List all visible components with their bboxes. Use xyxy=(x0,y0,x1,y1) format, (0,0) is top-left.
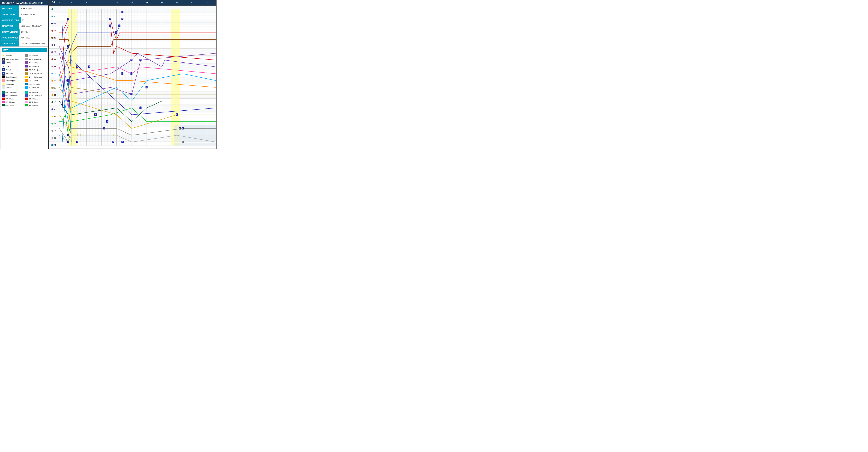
info-label: CIRCUIT LENGTH: xyxy=(0,29,20,35)
info-row: RACE DATE: 07 OCT 2018 xyxy=(0,5,48,11)
me-color xyxy=(25,83,28,85)
lap-tick: 20 xyxy=(116,1,118,3)
lap-headers: 1510152025303540455053 xyxy=(59,0,216,5)
driver-abbr: CS xyxy=(54,94,56,96)
info-label: RACE DATE: xyxy=(0,5,19,11)
driver-abbr: BH xyxy=(54,44,56,46)
main-container: ROUND 17 JAPANESE GRAND PRIX RACE DATE: … xyxy=(0,0,217,149)
driver-abbr: LH xyxy=(54,8,56,10)
chart-row: SD xyxy=(49,134,216,142)
cs-color xyxy=(25,79,28,82)
key-me: ME: M Ericsson xyxy=(25,83,47,86)
info-row: START TIME 14:10 Local - 05:10 GMT xyxy=(0,23,48,29)
driver-svg-area xyxy=(59,113,216,120)
driver-abbr: FA xyxy=(54,130,56,132)
key-dr: DR: D Ricciardo xyxy=(2,94,24,97)
driver-svg-area xyxy=(59,27,216,34)
info-rows: RACE DATE: 07 OCT 2018 CIRCUIT NAME: SUZ… xyxy=(0,5,48,47)
chart-row: LH xyxy=(49,6,216,13)
grid-column-header: Grid xyxy=(49,0,59,5)
key-lapped: Lapped xyxy=(2,86,24,89)
chart-row: LS xyxy=(49,99,216,106)
safetycar-icon xyxy=(2,83,5,86)
sd-color xyxy=(25,58,28,60)
lap-tick: 15 xyxy=(100,1,102,3)
accident-label: Accident xyxy=(6,55,12,57)
key-cl: CL: C Leclerc xyxy=(25,86,47,89)
driver-abbr: ME xyxy=(53,144,56,146)
chart-row: CS xyxy=(49,77,216,84)
driver-svg-area xyxy=(59,120,216,127)
grid-cell: CS xyxy=(49,91,59,98)
driver-color-dot xyxy=(52,101,53,103)
key-header: KEY xyxy=(2,48,47,52)
key-mv: MV: M Verstappen xyxy=(25,94,47,97)
bh-color xyxy=(25,65,28,67)
chart-row: NH xyxy=(49,113,216,120)
key-redflag: Red Flagged xyxy=(2,79,24,82)
driver-svg-area xyxy=(59,77,216,84)
chart-row: SS xyxy=(49,120,216,127)
grid-cell: SP xyxy=(49,63,59,70)
driver-abbr: SP xyxy=(54,65,56,67)
key-nh: NH: N Hulkenberg xyxy=(25,76,47,79)
driver-color-dot xyxy=(52,94,53,96)
key-section: KEY ★ Accident FA: F Alonso M Mechanical… xyxy=(0,47,48,108)
key-bh: BH: B Hartley xyxy=(25,65,47,68)
driver-abbr: SS xyxy=(54,123,56,125)
key-safetycar: Safety Car xyxy=(2,83,24,86)
grid-cell: KM xyxy=(49,84,59,91)
grid-cell: CS xyxy=(49,77,59,84)
driver-color-dot xyxy=(52,66,53,67)
key-pit: P Pit stop xyxy=(2,61,24,64)
chart-row: CS xyxy=(49,91,216,99)
round-name: JAPANESE GRAND PRIX xyxy=(16,2,43,4)
info-value: 07 OCT 2018 xyxy=(19,5,33,11)
driver-abbr: CS xyxy=(54,80,56,82)
key-cs: CS: C Sainz xyxy=(25,79,47,82)
driver-color-dot xyxy=(52,30,53,32)
chart-row: KR xyxy=(49,27,216,34)
driver-color-dot xyxy=(51,23,53,24)
info-label: RACE DISTANCE: xyxy=(0,35,19,40)
key-accident: ★ Accident xyxy=(2,54,24,57)
key-spin: ⊕ Spin xyxy=(2,65,24,68)
grid-cell: MV xyxy=(49,20,59,27)
info-value: 1:31.540 - K Raikkonen [2005] xyxy=(19,41,48,47)
driver-abbr: KM xyxy=(53,87,56,89)
driver-color-dot xyxy=(51,37,53,39)
chart-row: RG xyxy=(49,34,216,41)
round-number: ROUND 17 xyxy=(2,2,14,4)
mechanical-icon: M xyxy=(2,58,5,61)
driver-svg-area xyxy=(59,142,216,149)
lap-tick: 30 xyxy=(146,1,148,3)
key-ls: LS: L Stroll xyxy=(2,104,24,107)
grid-cell: RG xyxy=(49,34,59,41)
grid-cell: DR xyxy=(49,106,59,113)
grid-cell: KR xyxy=(49,27,59,34)
info-value: 5.807KM xyxy=(20,29,30,35)
left-panel: ROUND 17 JAPANESE GRAND PRIX RACE DATE: … xyxy=(0,0,49,149)
driver-color-dot xyxy=(52,130,53,131)
info-label: START TIME xyxy=(0,23,19,29)
driver-svg-area xyxy=(59,134,216,142)
driver-svg-area xyxy=(59,6,216,13)
grid-cell: BH xyxy=(49,41,59,48)
driver-svg-area xyxy=(59,49,216,56)
penalty-icon: Pe xyxy=(2,68,5,71)
driver-svg-area xyxy=(59,91,216,99)
info-row: CIRCUIT NAME: SUZUKA CIRCUIT xyxy=(0,11,48,17)
lap-tick: 5 xyxy=(71,1,72,3)
rg-color xyxy=(25,68,28,71)
grid-cell: LH xyxy=(49,6,59,12)
driver-color-dot xyxy=(52,73,53,74)
info-label: LAP RECORD: xyxy=(0,41,19,47)
driver-abbr: SV xyxy=(54,58,56,60)
grid-cell: VB xyxy=(49,13,59,20)
driver-svg-area xyxy=(59,56,216,63)
chart-header: Grid 1510152025303540455053 xyxy=(49,0,216,6)
driver-color-dot xyxy=(52,137,53,139)
key-sp: SP: S Perez xyxy=(2,101,24,103)
driver-color-dot xyxy=(52,116,53,117)
driver-abbr: PG xyxy=(53,51,56,53)
